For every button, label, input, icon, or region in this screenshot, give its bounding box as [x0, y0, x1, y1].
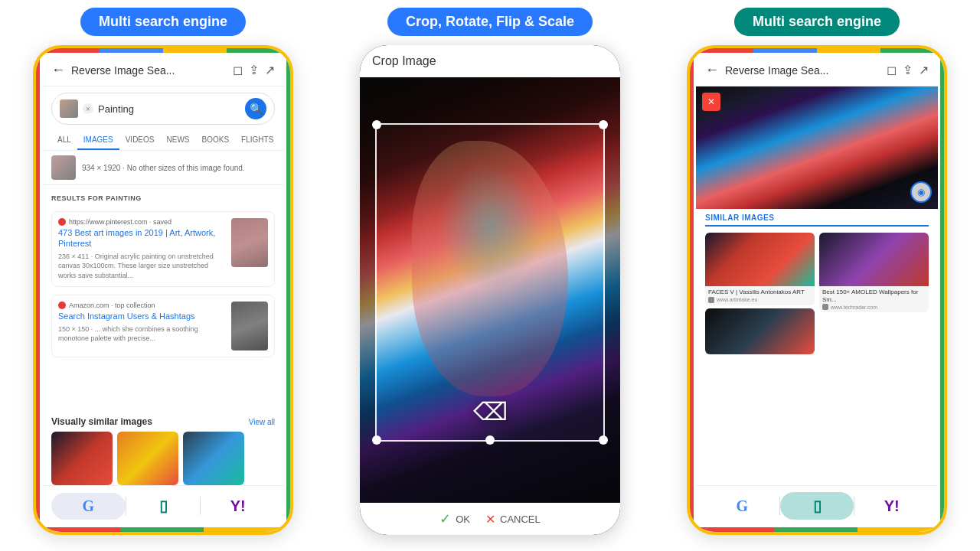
- app-bar-3: ← Reverse Image Sea... ◻ ⇪ ↗: [696, 54, 938, 86]
- phone-frame-1: ← Reverse Image Sea... ◻ ⇪ ↗ × Painting …: [33, 45, 293, 535]
- share-3-icon[interactable]: ⇪: [903, 63, 913, 77]
- result-source-1: https://www.pinterest.com · saved: [69, 218, 172, 226]
- search-text[interactable]: Painting: [98, 103, 240, 115]
- crop-bottom-bar: ✓ OK ✕ CANCEL: [360, 503, 620, 535]
- ok-label: OK: [456, 514, 470, 525]
- crop-image-area[interactable]: ⌫: [360, 77, 620, 503]
- back-arrow-3-icon[interactable]: ←: [705, 62, 719, 78]
- tab-books[interactable]: BOOKS: [196, 131, 236, 150]
- crop-handle-br[interactable]: [599, 435, 608, 445]
- sim-favicon-1: [708, 297, 714, 303]
- panel1-badge: Multi search engine: [80, 8, 246, 36]
- result-item-2[interactable]: Amazon.com · top collection Search Insta…: [51, 295, 275, 357]
- phone-frame-3: ← Reverse Image Sea... ◻ ⇪ ↗ ✕ ◉: [687, 45, 947, 535]
- share-icon[interactable]: ⇪: [249, 63, 259, 77]
- tab-flights[interactable]: FLIGHTS: [235, 131, 279, 150]
- open-3-icon[interactable]: ↗: [919, 63, 929, 77]
- main-image-container: ✕ ◉: [696, 86, 938, 209]
- nav-yahoo-3-btn[interactable]: Y!: [854, 493, 929, 520]
- chip-close-icon[interactable]: ×: [83, 103, 93, 114]
- nav-yahoo-btn[interactable]: Y!: [201, 493, 275, 520]
- app-bar-1: ← Reverse Image Sea... ◻ ⇪ ↗: [42, 54, 284, 86]
- crop-handle-bl[interactable]: [372, 435, 381, 445]
- result-content-1: https://www.pinterest.com · saved 473 Be…: [58, 218, 225, 280]
- sim-img-3[interactable]: [183, 432, 244, 485]
- sim-card-title-1: FACES V | Vassilis Antoniakos ART: [705, 286, 815, 297]
- cancel-x-icon: ✕: [485, 512, 495, 527]
- sim-source-text-1: www.artintake.eu: [717, 297, 757, 302]
- sim-card-title-2: Best 150+ AMOLED Wallpapers for Sm...: [819, 286, 929, 304]
- main-painting-image: [696, 86, 938, 209]
- crop-handle-tl[interactable]: [372, 120, 381, 129]
- result-desc-1: 236 × 411 · Original acrylic painting on…: [58, 252, 225, 281]
- lens-icon[interactable]: ◉: [910, 181, 932, 203]
- hand-cursor-icon: ⌫: [473, 397, 508, 426]
- similar-images-row: [42, 427, 284, 485]
- open-icon[interactable]: ↗: [265, 63, 275, 77]
- result-desc-2: 150 × 150 · ... which she combines a soo…: [58, 324, 225, 344]
- tab-news[interactable]: NEWS: [161, 131, 196, 150]
- copy-3-icon[interactable]: ◻: [887, 63, 897, 77]
- crop-handle-tr[interactable]: [599, 120, 608, 129]
- result-thumb-1: [231, 218, 268, 267]
- back-arrow-icon[interactable]: ←: [51, 62, 65, 78]
- results-section: https://www.pinterest.com · saved 473 Be…: [42, 205, 284, 416]
- crop-cancel-button[interactable]: ✕ CANCEL: [485, 512, 541, 527]
- image-info-thumb: [51, 155, 76, 180]
- sim-img-1[interactable]: [51, 432, 113, 485]
- app-bar-title-1: Reverse Image Sea...: [71, 64, 227, 77]
- similar-col-2: Best 150+ AMOLED Wallpapers for Sm... ww…: [819, 233, 929, 354]
- panel3-badge: Multi search engine: [734, 8, 900, 36]
- checkmark-icon: ✓: [439, 510, 451, 527]
- result-source-2: Amazon.com · top collection: [69, 302, 155, 309]
- crop-ok-button[interactable]: ✓ OK: [439, 510, 470, 527]
- yahoo-logo: Y!: [230, 497, 246, 515]
- sim-card-img-2: [819, 233, 929, 286]
- result-thumb-2: [231, 302, 268, 350]
- panel2-inner: Crop Image ⌫: [360, 45, 620, 535]
- tab-images[interactable]: IMAGES: [77, 131, 119, 150]
- lens-symbol: ◉: [917, 187, 925, 197]
- image-info-text: 934 × 1920 · No other sizes of this imag…: [82, 164, 245, 172]
- crop-title: Crop Image: [372, 54, 436, 68]
- panel-2: Crop, Rotate, Flip & Scale Crop Image: [326, 0, 654, 551]
- view-all-link[interactable]: View all: [249, 418, 275, 426]
- nav-google-btn[interactable]: Go: [51, 493, 126, 520]
- results-label: RESULTS FOR PAINTING: [42, 185, 284, 205]
- sim-img-2[interactable]: [117, 432, 178, 485]
- nav-bing-btn[interactable]: ▯: [126, 492, 201, 520]
- close-x-icon[interactable]: ✕: [702, 93, 720, 111]
- phone-inner-3: ← Reverse Image Sea... ◻ ⇪ ↗ ✕ ◉: [696, 54, 938, 526]
- sim-card-source-1: www.artintake.eu: [705, 297, 815, 305]
- tab-all[interactable]: ALL: [51, 131, 77, 150]
- sim-source-text-2: www.techradar.com: [831, 305, 877, 310]
- nav-google-3-btn[interactable]: G: [705, 493, 779, 520]
- result-title-1[interactable]: 473 Best art images in 2019 | Art, Artwo…: [58, 227, 225, 249]
- sim-card-1[interactable]: FACES V | Vassilis Antoniakos ART www.ar…: [705, 233, 815, 305]
- search-button[interactable]: 🔍: [245, 98, 266, 119]
- tab-videos[interactable]: VIDEOS: [119, 131, 161, 150]
- search-icon: 🔍: [250, 103, 263, 115]
- close-x-btn[interactable]: ✕: [702, 93, 720, 111]
- panel-3: Multi search engine ← Reverse Image Sea.…: [654, 0, 980, 551]
- sim-card-3[interactable]: [705, 308, 815, 354]
- nav-bing-3-btn[interactable]: ▯: [780, 492, 854, 520]
- search-tabs: ALL IMAGES VIDEOS NEWS BOOKS FLIGHTS: [42, 131, 284, 151]
- crop-overlay[interactable]: [375, 123, 605, 442]
- similar-header: Visually similar images View all: [42, 416, 284, 427]
- yahoo-logo-3: Y!: [884, 497, 900, 515]
- cancel-label: CANCEL: [500, 514, 541, 525]
- result-title-2[interactable]: Search Instagram Users & Hashtags: [58, 311, 225, 321]
- app-bar-title-3: Reverse Image Sea...: [725, 64, 880, 77]
- result-item-1[interactable]: https://www.pinterest.com · saved 473 Be…: [51, 211, 275, 287]
- google-logo: Go: [83, 497, 95, 515]
- sim-card-2[interactable]: Best 150+ AMOLED Wallpapers for Sm... ww…: [819, 233, 929, 312]
- result-content-2: Amazon.com · top collection Search Insta…: [58, 302, 225, 343]
- panel-1: Multi search engine ← Reverse Image Sea.…: [0, 0, 326, 551]
- crop-handle-bc[interactable]: [485, 435, 495, 445]
- favicon-2: [58, 302, 66, 309]
- copy-icon[interactable]: ◻: [233, 63, 243, 77]
- results-label-text: RESULTS FOR PAINTING: [51, 194, 142, 202]
- bing-logo: ▯: [159, 497, 168, 515]
- search-bar-1[interactable]: × Painting 🔍: [51, 93, 275, 125]
